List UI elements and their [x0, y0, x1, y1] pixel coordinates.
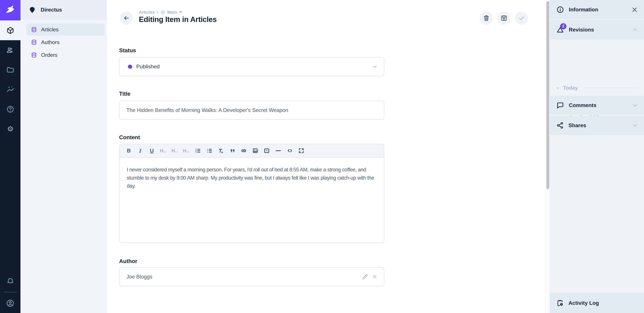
breadcrumb-collection-link[interactable]: Articles: [139, 10, 155, 15]
revisions-icon: 2: [556, 26, 564, 34]
module-content[interactable]: [0, 20, 20, 40]
author-label: Author: [119, 258, 137, 264]
breadcrumb: Articles • Main: [139, 10, 182, 15]
comment-icon: [556, 101, 564, 109]
link-button[interactable]: [238, 144, 250, 158]
h1-button[interactable]: H..: [158, 144, 169, 158]
link-icon: [241, 148, 247, 154]
status-dot: [128, 65, 132, 69]
version-icon: [160, 10, 165, 15]
module-users[interactable]: [0, 40, 20, 60]
collections-list: Articles Authors Orders: [20, 23, 107, 62]
activity-log-icon: [556, 299, 564, 307]
nav-item-label: Authors: [41, 39, 60, 45]
video-button[interactable]: [261, 144, 273, 158]
sidebar-section-activity-log[interactable]: Activity Log: [550, 293, 644, 313]
bullet-list-button[interactable]: [204, 144, 215, 158]
delete-button[interactable]: [480, 11, 493, 25]
close-icon[interactable]: [631, 6, 638, 13]
revisions-count-badge: 2: [560, 23, 566, 29]
bold-button[interactable]: B: [123, 144, 135, 158]
notifications-button[interactable]: [0, 271, 20, 291]
group-divider: [584, 88, 638, 88]
main-scrollbar-thumb[interactable]: [546, 1, 549, 189]
account-button[interactable]: [0, 294, 20, 313]
project-name: Directus: [40, 7, 62, 13]
sidebar-item-orders[interactable]: Orders: [26, 49, 105, 61]
module-files[interactable]: [0, 60, 20, 80]
project-logo-icon: [28, 6, 36, 14]
sidebar-section-comments[interactable]: Comments: [550, 96, 644, 115]
module-bar-divider: [4, 292, 17, 293]
people-icon: [6, 45, 15, 55]
chevron-up-icon: [632, 26, 638, 33]
svg-text:3: 3: [196, 151, 196, 153]
code-icon: [287, 148, 293, 154]
project-header[interactable]: Directus: [20, 0, 107, 20]
sidebar-section-revisions[interactable]: 2 Revisions: [550, 20, 644, 40]
quote-icon: [229, 148, 236, 154]
back-button[interactable]: [120, 11, 133, 25]
image-button[interactable]: [250, 144, 261, 158]
clear-format-button[interactable]: [215, 144, 226, 158]
chevron-down-icon: [372, 63, 384, 70]
blockquote-button[interactable]: [226, 144, 238, 158]
arrow-left-icon: [123, 14, 130, 22]
help-icon: [6, 105, 14, 113]
insights-icon: [6, 85, 14, 94]
sidebar-section-information[interactable]: Information: [550, 0, 644, 20]
status-value: Published: [136, 63, 160, 70]
save-button[interactable]: [515, 11, 528, 25]
edit-pencil-icon[interactable]: [362, 273, 368, 280]
module-settings[interactable]: [0, 119, 20, 139]
user-circle-icon: [6, 299, 15, 308]
save-copy-icon: [500, 14, 508, 22]
status-label: Status: [119, 47, 136, 54]
revisions-group-today[interactable]: Today: [556, 85, 638, 91]
section-label: Revisions: [569, 27, 594, 33]
title-label: Title: [119, 91, 130, 97]
directus-logo[interactable]: [0, 0, 20, 20]
code-button[interactable]: [284, 144, 296, 158]
database-icon: [31, 39, 37, 45]
bold-glyph: B: [127, 148, 131, 154]
section-label: Information: [569, 6, 598, 13]
fullscreen-button[interactable]: [296, 144, 307, 158]
wysiwyg-toolbar: B I U H.. H.. H.. 123: [120, 144, 384, 158]
sidebar-item-authors[interactable]: Authors: [26, 36, 105, 48]
module-bar: [0, 0, 20, 313]
h3-button[interactable]: H..: [180, 144, 192, 158]
module-help[interactable]: [0, 99, 20, 119]
status-dropdown[interactable]: Published: [119, 57, 384, 76]
sidebar-section-shares[interactable]: Shares: [550, 116, 644, 136]
info-icon: [556, 5, 564, 14]
ordered-list-button[interactable]: 123: [192, 144, 204, 158]
save-as-copy-button[interactable]: [498, 11, 510, 25]
h1-glyph: H..: [160, 148, 167, 153]
chevron-down-icon: [556, 86, 560, 90]
fullscreen-icon: [298, 148, 304, 154]
h3-glyph: H..: [183, 148, 190, 153]
deselect-x-icon[interactable]: [372, 274, 378, 280]
version-selector[interactable]: Main: [167, 10, 177, 15]
author-field[interactable]: Joe Bloggs: [119, 267, 384, 286]
cube-icon: [6, 26, 14, 35]
title-input[interactable]: The Hidden Benefits of Morning Walks: A …: [119, 100, 384, 120]
h2-button[interactable]: H..: [169, 144, 180, 158]
content-editor-area[interactable]: I never considered myself a morning pers…: [120, 158, 384, 190]
underline-button[interactable]: U: [146, 144, 158, 158]
bullet-list-icon: [206, 148, 212, 154]
hr-button[interactable]: [272, 144, 284, 158]
main-scrollbar-track: [546, 0, 550, 313]
gear-icon: [6, 124, 14, 133]
rabbit-logo-icon: [5, 5, 16, 16]
horizontal-rule-icon: [276, 150, 281, 151]
module-insights[interactable]: [0, 80, 20, 99]
breadcrumb-separator: •: [157, 10, 158, 15]
italic-button[interactable]: I: [134, 144, 146, 158]
wysiwyg-editor: B I U H.. H.. H.. 123: [119, 144, 384, 243]
module-bar-bottom: [0, 271, 20, 313]
underline-glyph: U: [150, 148, 154, 154]
section-label: Activity Log: [568, 300, 599, 306]
sidebar-item-articles[interactable]: Articles: [26, 23, 105, 36]
